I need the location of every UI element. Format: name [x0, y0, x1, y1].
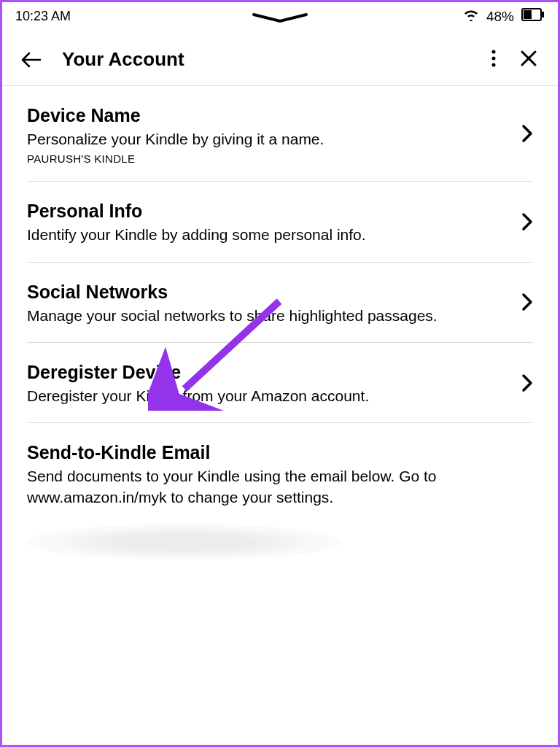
svg-point-4: [492, 56, 496, 60]
setting-text: Send-to-Kindle Email Send documents to y…: [27, 442, 533, 508]
setting-sub: PAURUSH'S KINDLE: [27, 152, 510, 165]
chevron-right-icon: [521, 123, 533, 147]
setting-desc: Manage your social networks to share hig…: [27, 306, 510, 326]
battery-icon: [521, 8, 545, 25]
status-time: 10:23 AM: [15, 9, 71, 24]
page-title: Your Account: [62, 48, 491, 71]
wifi-icon: [463, 8, 479, 25]
setting-title: Send-to-Kindle Email: [27, 442, 533, 463]
header-actions: [491, 49, 537, 71]
setting-title: Social Networks: [27, 282, 510, 303]
setting-title: Deregister Device: [27, 362, 510, 383]
redacted-blur: [27, 524, 341, 560]
setting-desc: Deregister your Kindle from your Amazon …: [27, 386, 510, 406]
setting-text: Deregister Device Deregister your Kindle…: [27, 362, 510, 406]
svg-point-3: [492, 50, 496, 53]
chevron-right-icon: [521, 292, 533, 315]
status-right: 48%: [463, 8, 545, 25]
close-icon[interactable]: [520, 50, 537, 70]
back-button[interactable]: [20, 51, 42, 69]
setting-desc: Identify your Kindle by adding some pers…: [27, 225, 510, 245]
setting-text: Personal Info Identify your Kindle by ad…: [27, 201, 510, 245]
svg-rect-1: [524, 10, 532, 19]
setting-desc: Send documents to your Kindle using the …: [27, 466, 533, 508]
setting-text: Social Networks Manage your social netwo…: [27, 282, 510, 326]
chevron-right-icon: [521, 212, 533, 235]
setting-item-deregister-device[interactable]: Deregister Device Deregister your Kindle…: [27, 343, 533, 423]
header: Your Account: [2, 28, 558, 86]
setting-text: Device Name Personalize your Kindle by g…: [27, 105, 510, 165]
setting-title: Device Name: [27, 105, 510, 126]
svg-point-5: [492, 63, 496, 66]
setting-item-device-name[interactable]: Device Name Personalize your Kindle by g…: [27, 86, 533, 182]
battery-percent: 48%: [486, 9, 514, 25]
more-options-icon[interactable]: [491, 49, 497, 71]
svg-rect-2: [542, 12, 544, 18]
setting-item-send-to-kindle-email[interactable]: Send-to-Kindle Email Send documents to y…: [27, 423, 533, 524]
setting-title: Personal Info: [27, 201, 510, 222]
settings-list: Device Name Personalize your Kindle by g…: [2, 86, 558, 524]
pull-down-handle[interactable]: [251, 12, 309, 27]
setting-desc: Personalize your Kindle by giving it a n…: [27, 129, 510, 150]
chevron-right-icon: [521, 373, 533, 396]
setting-item-social-networks[interactable]: Social Networks Manage your social netwo…: [27, 263, 533, 343]
setting-item-personal-info[interactable]: Personal Info Identify your Kindle by ad…: [27, 182, 533, 262]
